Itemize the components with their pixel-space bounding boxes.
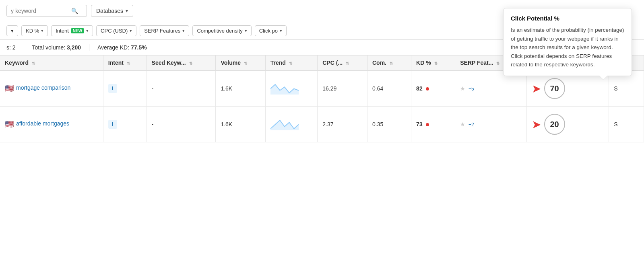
table-row: 🇺🇸 affordable mortgages I - 1.6K 2.37 [0,107,644,142]
col-com[interactable]: Com. ⇅ [367,56,411,70]
filter-kd-chevron: ▾ [41,28,43,33]
sort-icon-serp: ⇅ [496,61,500,66]
filter-serp[interactable]: SERP Features ▾ [140,25,189,36]
databases-dropdown[interactable]: Databases ▾ [91,5,133,17]
tooltip-body: Is an estimate of the probability (in pe… [511,26,624,69]
col-cpc[interactable]: CPC (... ⇅ [318,56,367,70]
filter-serp-chevron: ▾ [182,28,185,33]
sort-icon-intent: ⇅ [127,61,130,66]
search-input[interactable] [11,8,71,14]
intent-badge: I [108,84,117,93]
cell-intent: I [103,70,147,107]
svg-marker-1 [270,120,299,130]
databases-label: Databases [96,8,123,14]
sort-icon-com: ⇅ [390,61,393,66]
cell-trend [265,70,318,107]
cell-click: ➤ 20 [526,107,609,142]
filter-kd[interactable]: KD % ▾ [21,25,48,36]
click-arrow-icon: ➤ [532,118,541,131]
cell-volume: 1.6K [216,70,265,107]
filter-cpc-label: CPC (USD) [101,28,128,34]
filter-click-potential[interactable]: Click po ▾ [255,25,287,36]
filter-cd-chevron: ▾ [245,28,247,33]
seed-value: - [152,85,154,92]
col-trend[interactable]: Trend ⇅ [265,56,318,70]
trend-sparkline [270,82,299,95]
com-value: 0.64 [372,85,383,92]
search-container[interactable]: 🔍 [6,5,87,17]
filter-serp-label: SERP Features [144,28,180,34]
cell-cpc: 16.29 [318,70,367,107]
filter-intent-label: Intent [56,28,69,34]
total-volume-label: Total volume: 3,200 [32,44,81,51]
sort-icon-volume: ⇅ [244,61,247,66]
com-value: 0.35 [372,121,383,128]
cell-cpc: 2.37 [318,107,367,142]
col-volume[interactable]: Volume ⇅ [216,56,265,70]
serp-plus-count[interactable]: +2 [469,122,474,128]
sort-icon-cpc: ⇅ [346,61,349,66]
cell-volume: 1.6K [216,107,265,142]
trend-sparkline [270,118,299,130]
filter-chevron-icon: ▾ [11,28,14,34]
keyword-link[interactable]: mortgage comparison [16,84,70,92]
cell-serp: ★ +2 [455,107,526,142]
seed-value: - [152,121,154,128]
click-arrow-icon: ➤ [532,82,541,95]
intent-new-badge: new [71,28,84,33]
flag-icon: 🇺🇸 [5,84,14,93]
sort-icon-seed: ⇅ [189,61,192,66]
cell-kd: 82 [411,70,455,107]
sort-icon-keyword: ⇅ [32,61,35,66]
flag-icon: 🇺🇸 [5,120,14,129]
volume-value: 1.6K [221,121,232,128]
col-intent[interactable]: Intent ⇅ [103,56,147,70]
cell-seed: - [147,107,216,142]
stat-divider-2 [89,44,89,51]
sort-icon-kd: ⇅ [434,61,438,66]
keyword-link[interactable]: affordable mortgages [16,120,69,128]
star-icon: ★ [460,85,465,92]
result-count: s: 2 [6,44,16,51]
col-kd[interactable]: KD % ⇅ [411,56,455,70]
filter-cpc-chevron: ▾ [130,28,132,33]
cell-keyword: 🇺🇸 affordable mortgages [0,107,103,142]
volume-value: 1.6K [221,85,232,92]
filter-click-label: Click po [259,28,278,34]
stat-divider-1 [24,44,24,51]
cell-intent: I [103,107,147,142]
svg-marker-0 [270,84,299,95]
cell-trend [265,107,318,142]
search-button[interactable]: 🔍 [71,8,78,14]
search-icon: 🔍 [71,8,78,14]
cell-seed: - [147,70,216,107]
cell-kd: 73 [411,107,455,142]
filter-chevron-only[interactable]: ▾ [6,25,18,36]
filter-kd-label: KD % [26,28,39,34]
filter-click-chevron: ▾ [280,28,282,33]
star-icon: ★ [460,121,465,128]
cpc-value: 16.29 [322,85,336,92]
filter-competitive-density[interactable]: Competitive density ▾ [192,25,251,36]
kd-value: 82 [416,85,423,92]
sort-icon-trend: ⇅ [289,61,292,66]
kd-dot [426,87,429,90]
tooltip-click-potential: Click Potential % Is an estimate of the … [503,8,632,76]
col-seed[interactable]: Seed Keyw... ⇅ [147,56,216,70]
topc-value: S [614,121,617,128]
avg-kd-label: Average KD: 77.5% [97,44,147,51]
topc-value: S [614,85,617,92]
cpc-value: 2.37 [322,121,333,128]
filter-intent[interactable]: Intent new ▾ [51,25,93,36]
kd-value: 73 [416,121,423,128]
intent-badge: I [108,120,117,129]
filter-cd-label: Competitive density [197,28,242,34]
filter-cpc[interactable]: CPC (USD) ▾ [96,25,136,36]
serp-plus-count[interactable]: +5 [469,86,474,92]
cell-com: 0.64 [367,70,411,107]
click-potential-value: 20 [544,114,565,135]
cell-com: 0.35 [367,107,411,142]
cell-keyword: 🇺🇸 mortgage comparison [0,70,103,107]
tooltip-title: Click Potential % [511,15,624,22]
col-keyword[interactable]: Keyword ⇅ [0,56,103,70]
